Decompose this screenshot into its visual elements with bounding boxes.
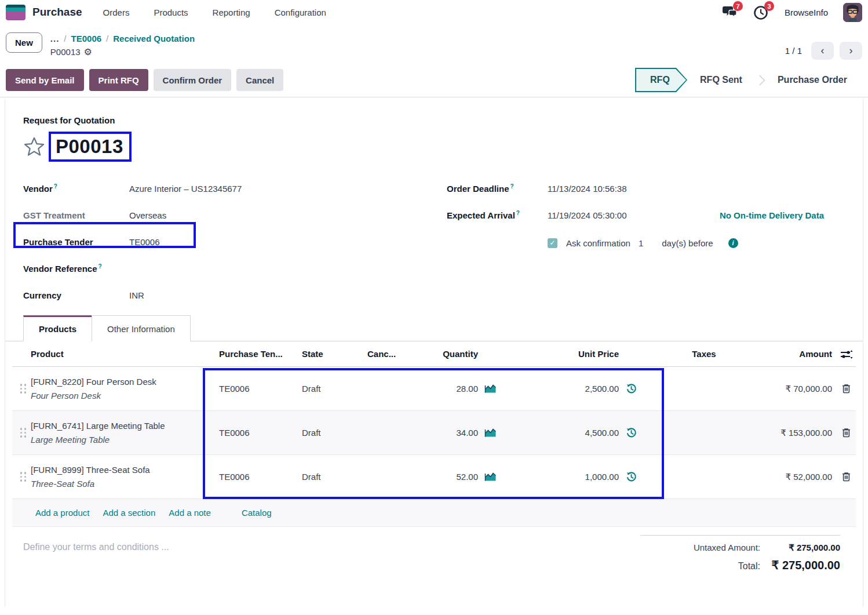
gear-icon[interactable]: ⚙: [84, 48, 92, 57]
expected-arrival-label: Expected Arrival?: [447, 210, 548, 220]
statusbar: RFQ RFQ Sent Purchase Order: [635, 68, 860, 92]
drag-handle-icon[interactable]: [20, 428, 27, 438]
delete-line-icon[interactable]: [837, 472, 856, 482]
ask-confirmation-checkbox[interactable]: ✓: [548, 238, 557, 248]
nav-configuration[interactable]: Configuration: [275, 8, 326, 17]
order-deadline-field[interactable]: 11/13/2024 10:56:38: [548, 184, 627, 194]
vendor-label: Vendor?: [23, 183, 129, 194]
nav-products[interactable]: Products: [154, 8, 188, 17]
optional-columns-icon[interactable]: [837, 350, 856, 359]
table-row[interactable]: [FURN_8999] Three-Seat Sofa Three-Seat S…: [12, 455, 856, 499]
table-header-row: Product Purchase Ten... State Canc... Qu…: [12, 341, 856, 367]
help-marker: ?: [54, 183, 57, 190]
line-unit-price[interactable]: 2,500.00: [502, 384, 619, 394]
add-section-link[interactable]: Add a section: [103, 508, 155, 518]
forecast-chart-icon[interactable]: [478, 384, 502, 394]
line-state[interactable]: Draft: [302, 472, 367, 482]
product-description[interactable]: Three-Seat Sofa: [31, 479, 219, 489]
forecast-chart-icon[interactable]: [478, 472, 502, 482]
col-amount[interactable]: Amount: [765, 349, 837, 359]
on-time-delivery-link[interactable]: No On-time Delivery Data: [720, 210, 824, 220]
add-product-link[interactable]: Add a product: [35, 508, 89, 518]
table-row[interactable]: [FURN_8220] Four Person Desk Four Person…: [12, 367, 856, 411]
status-step-purchase-order[interactable]: Purchase Order: [765, 75, 860, 85]
line-unit-price[interactable]: 4,500.00: [502, 428, 619, 438]
total-value: ₹ 275,000.00: [771, 558, 840, 572]
record-name[interactable]: P00013: [56, 136, 123, 157]
product-description[interactable]: Four Person Desk: [31, 391, 219, 401]
line-state[interactable]: Draft: [302, 384, 367, 394]
purchase-app-icon[interactable]: [6, 5, 25, 20]
product-name[interactable]: [FURN_6741] Large Meeting Table: [31, 421, 219, 431]
breadcrumb-link-tender[interactable]: TE0006: [71, 34, 102, 43]
purchase-tender-label: Purchase Tender: [23, 237, 129, 247]
messages-button[interactable]: 7: [721, 5, 738, 20]
line-unit-price[interactable]: 1,000.00: [502, 472, 619, 482]
purchase-tender-field[interactable]: TE0006: [129, 237, 160, 247]
breadcrumb-separator: /: [106, 34, 108, 43]
line-amount: ₹ 70,000.00: [765, 384, 837, 394]
product-description[interactable]: Large Meeting Table: [31, 435, 219, 445]
table-row[interactable]: [FURN_6741] Large Meeting Table Large Me…: [12, 411, 856, 455]
order-lines-table: Product Purchase Ten... State Canc... Qu…: [5, 341, 863, 527]
nav-orders[interactable]: Orders: [103, 8, 130, 17]
status-step-rfq[interactable]: RFQ: [635, 68, 687, 92]
send-by-email-button[interactable]: Send by Email: [6, 69, 84, 91]
tab-other-information[interactable]: Other Information: [92, 315, 191, 341]
favorite-star-icon[interactable]: [23, 136, 45, 157]
gst-treatment-field[interactable]: Overseas: [129, 210, 166, 220]
delete-line-icon[interactable]: [837, 384, 856, 394]
help-marker: ?: [516, 210, 520, 216]
forecast-chart-icon[interactable]: [478, 428, 502, 438]
col-state[interactable]: State: [302, 349, 367, 359]
line-tender[interactable]: TE0006: [219, 472, 302, 482]
product-name[interactable]: [FURN_8999] Three-Seat Sofa: [31, 465, 219, 475]
app-title[interactable]: Purchase: [32, 6, 82, 19]
line-quantity[interactable]: 52.00: [409, 472, 478, 482]
expected-arrival-field[interactable]: 11/19/2024 05:30:00: [548, 210, 627, 220]
price-history-icon[interactable]: [619, 383, 643, 394]
record-pager-count: 1 / 1: [785, 46, 802, 56]
totals-block: Untaxed Amount: ₹ 275,000.00 Total: ₹ 27…: [640, 535, 840, 577]
line-amount: ₹ 52,000.00: [765, 472, 837, 482]
tab-products[interactable]: Products: [23, 315, 92, 341]
line-tender[interactable]: TE0006: [219, 428, 302, 438]
activities-button[interactable]: 3: [753, 5, 769, 20]
pager-next-button[interactable]: ›: [840, 42, 862, 60]
col-purchase-tender[interactable]: Purchase Ten...: [219, 349, 302, 359]
line-tender[interactable]: TE0006: [219, 384, 302, 394]
confirmation-days-field[interactable]: 1: [639, 238, 643, 248]
breadcrumb-separator: /: [64, 34, 66, 43]
nav-reporting[interactable]: Reporting: [213, 8, 250, 17]
catalog-link[interactable]: Catalog: [242, 508, 272, 518]
line-state[interactable]: Draft: [302, 428, 367, 438]
col-product[interactable]: Product: [31, 349, 219, 359]
breadcrumb-collapsed[interactable]: ...: [50, 34, 60, 43]
confirm-order-button[interactable]: Confirm Order: [154, 69, 232, 91]
cancel-button[interactable]: Cancel: [236, 69, 283, 91]
terms-placeholder[interactable]: Define your terms and conditions ...: [23, 535, 169, 577]
line-quantity[interactable]: 28.00: [409, 384, 478, 394]
add-note-link[interactable]: Add a note: [169, 508, 211, 518]
activities-badge: 3: [764, 1, 774, 11]
price-history-icon[interactable]: [619, 471, 643, 482]
col-unit-price[interactable]: Unit Price: [502, 349, 619, 359]
avatar[interactable]: [843, 3, 862, 22]
vendor-field[interactable]: Azure Interior – US12345677: [129, 184, 242, 194]
drag-handle-icon[interactable]: [20, 384, 27, 394]
new-button[interactable]: New: [6, 32, 42, 53]
status-step-rfq-sent[interactable]: RFQ Sent: [687, 75, 755, 85]
drag-handle-icon[interactable]: [20, 472, 27, 482]
product-name[interactable]: [FURN_8220] Four Person Desk: [31, 377, 219, 387]
currency-field[interactable]: INR: [129, 290, 144, 300]
col-quantity[interactable]: Quantity: [409, 349, 478, 359]
price-history-icon[interactable]: [619, 427, 643, 438]
pager-previous-button[interactable]: ‹: [811, 42, 834, 60]
breadcrumb-link-view[interactable]: Received Quotation: [113, 34, 195, 43]
print-rfq-button[interactable]: Print RFQ: [89, 69, 148, 91]
delete-line-icon[interactable]: [837, 428, 856, 438]
line-quantity[interactable]: 34.00: [409, 428, 478, 438]
user-menu[interactable]: BrowseInfo: [785, 8, 828, 17]
col-taxes[interactable]: Taxes: [643, 349, 765, 359]
col-cancelled[interactable]: Canc...: [367, 349, 409, 359]
